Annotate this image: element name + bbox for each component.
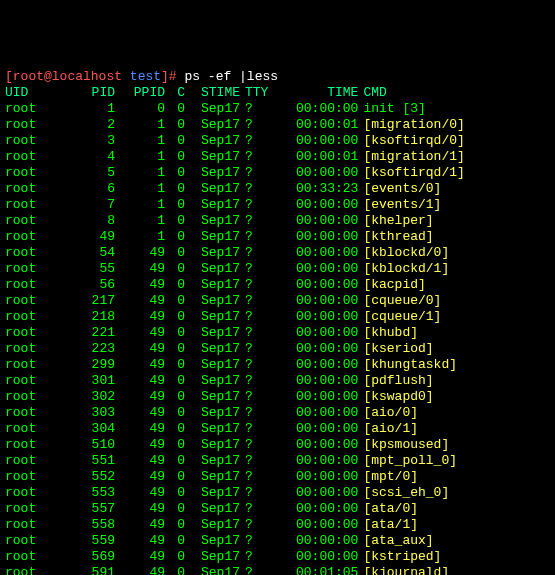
cell-tty: ?: [240, 565, 268, 575]
cell-cmd: [migration/0]: [358, 117, 496, 133]
cell-c: 0: [165, 437, 185, 453]
col-ppid: PPID: [115, 85, 165, 101]
cell-stime: Sep17: [185, 245, 240, 261]
cell-pid: 304: [55, 421, 115, 437]
table-row: root553490Sep17?00:00:00[scsi_eh_0]: [5, 485, 496, 501]
cell-uid: root: [5, 517, 55, 533]
cell-tty: ?: [240, 469, 268, 485]
cell-time: 00:00:00: [268, 325, 358, 341]
cell-uid: root: [5, 229, 55, 245]
cell-uid: root: [5, 437, 55, 453]
cell-cmd: [events/0]: [358, 181, 496, 197]
cell-time: 00:00:00: [268, 133, 358, 149]
cell-tty: ?: [240, 197, 268, 213]
cell-time: 00:00:00: [268, 501, 358, 517]
cell-ppid: 49: [115, 565, 165, 575]
cell-cmd: [khungtaskd]: [358, 357, 496, 373]
cell-uid: root: [5, 501, 55, 517]
cell-time: 00:00:00: [268, 101, 358, 117]
cell-stime: Sep17: [185, 533, 240, 549]
col-pid: PID: [55, 85, 115, 101]
cell-cmd: [ksoftirqd/0]: [358, 133, 496, 149]
cell-ppid: 1: [115, 133, 165, 149]
table-row: root510490Sep17?00:00:00[kpsmoused]: [5, 437, 496, 453]
table-row: root302490Sep17?00:00:00[kswapd0]: [5, 389, 496, 405]
cell-ppid: 1: [115, 117, 165, 133]
cell-uid: root: [5, 325, 55, 341]
cell-c: 0: [165, 549, 185, 565]
cell-cmd: [kpsmoused]: [358, 437, 496, 453]
cell-pid: 49: [55, 229, 115, 245]
cell-tty: ?: [240, 549, 268, 565]
cell-tty: ?: [240, 341, 268, 357]
cell-uid: root: [5, 213, 55, 229]
cell-c: 0: [165, 149, 185, 165]
table-row: root210Sep17?00:00:01[migration/0]: [5, 117, 496, 133]
cell-stime: Sep17: [185, 501, 240, 517]
cell-stime: Sep17: [185, 421, 240, 437]
cell-ppid: 1: [115, 213, 165, 229]
cell-pid: 217: [55, 293, 115, 309]
cell-ppid: 49: [115, 325, 165, 341]
cell-time: 00:00:00: [268, 245, 358, 261]
prompt-dir: test: [130, 69, 161, 84]
cell-uid: root: [5, 101, 55, 117]
terminal-output[interactable]: [root@localhost test]# ps -ef |less UID …: [5, 69, 550, 575]
cell-pid: 299: [55, 357, 115, 373]
cell-pid: 3: [55, 133, 115, 149]
cell-stime: Sep17: [185, 389, 240, 405]
cell-pid: 303: [55, 405, 115, 421]
cell-cmd: [ata_aux]: [358, 533, 496, 549]
cell-stime: Sep17: [185, 469, 240, 485]
cell-stime: Sep17: [185, 277, 240, 293]
cell-c: 0: [165, 533, 185, 549]
cell-tty: ?: [240, 437, 268, 453]
table-row: root299490Sep17?00:00:00[khungtaskd]: [5, 357, 496, 373]
cell-c: 0: [165, 181, 185, 197]
cell-time: 00:00:00: [268, 165, 358, 181]
cell-c: 0: [165, 293, 185, 309]
cell-cmd: [ata/0]: [358, 501, 496, 517]
cell-c: 0: [165, 421, 185, 437]
cell-cmd: [kswapd0]: [358, 389, 496, 405]
cell-ppid: 1: [115, 165, 165, 181]
cell-uid: root: [5, 389, 55, 405]
cell-ppid: 0: [115, 101, 165, 117]
cell-uid: root: [5, 117, 55, 133]
cell-pid: 54: [55, 245, 115, 261]
cell-stime: Sep17: [185, 197, 240, 213]
cell-time: 00:00:01: [268, 149, 358, 165]
cell-cmd: [aio/0]: [358, 405, 496, 421]
cell-uid: root: [5, 341, 55, 357]
cell-ppid: 49: [115, 549, 165, 565]
cell-stime: Sep17: [185, 293, 240, 309]
cell-c: 0: [165, 341, 185, 357]
cell-tty: ?: [240, 117, 268, 133]
cell-c: 0: [165, 485, 185, 501]
table-row: root552490Sep17?00:00:00[mpt/0]: [5, 469, 496, 485]
cell-ppid: 49: [115, 437, 165, 453]
cell-ppid: 49: [115, 341, 165, 357]
table-row: root304490Sep17?00:00:00[aio/1]: [5, 421, 496, 437]
cell-c: 0: [165, 133, 185, 149]
cell-time: 00:01:05: [268, 565, 358, 575]
cell-ppid: 1: [115, 229, 165, 245]
cell-cmd: [kjournald]: [358, 565, 496, 575]
cell-cmd: [cqueue/0]: [358, 293, 496, 309]
table-row: root100Sep17?00:00:00init [3]: [5, 101, 496, 117]
cell-c: 0: [165, 101, 185, 117]
cell-ppid: 49: [115, 309, 165, 325]
cell-stime: Sep17: [185, 405, 240, 421]
cell-tty: ?: [240, 213, 268, 229]
cell-uid: root: [5, 453, 55, 469]
cell-uid: root: [5, 149, 55, 165]
cell-pid: 302: [55, 389, 115, 405]
table-row: root217490Sep17?00:00:00[cqueue/0]: [5, 293, 496, 309]
cell-tty: ?: [240, 245, 268, 261]
cell-uid: root: [5, 261, 55, 277]
cell-tty: ?: [240, 373, 268, 389]
prompt-close: ]#: [161, 69, 184, 84]
cell-cmd: [events/1]: [358, 197, 496, 213]
cell-pid: 551: [55, 453, 115, 469]
col-tty: TTY: [240, 85, 268, 101]
